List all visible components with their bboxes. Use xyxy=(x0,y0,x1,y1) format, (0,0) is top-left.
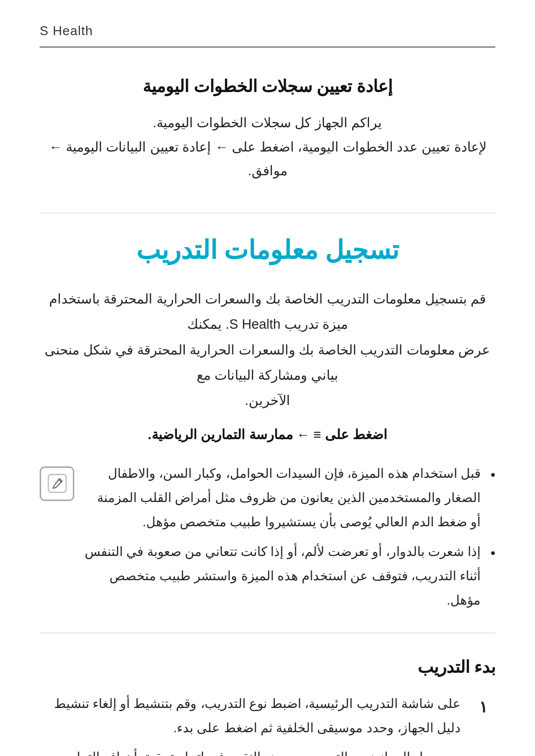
reset-section-title: إعادة تعيين سجلات الخطوات اليومية xyxy=(40,72,495,101)
bullet-item-1: قبل استخدام هذه الميزة، فإن السيدات الحو… xyxy=(84,461,495,535)
workout-intro-line1: قم بتسجيل معلومات التدريب الخاصة بك والس… xyxy=(40,287,495,338)
section-divider xyxy=(40,213,495,213)
bullet-list: قبل استخدام هذه الميزة، فإن السيدات الحو… xyxy=(84,461,495,618)
start-section-title: بدء التدريب xyxy=(40,653,495,682)
reset-section-body: يراكم الجهاز كل سجلات الخطوات اليومية. ل… xyxy=(40,111,495,183)
warning-icon xyxy=(40,466,74,501)
section-divider-2 xyxy=(40,633,495,633)
workout-section: تسجيل معلومات التدريب قم بتسجيل معلومات … xyxy=(40,228,495,618)
step-number-1: ١ xyxy=(471,694,495,720)
start-section: بدء التدريب ١ على شاشة التدريب الرئيسية،… xyxy=(40,653,495,756)
tap-instruction: اضغط على ≡ ← ممارسة التمارين الرياضية. xyxy=(40,424,495,447)
svg-rect-0 xyxy=(48,475,66,493)
step-result-1: يسجل الجهاز زمن التدريب ويعرض النقدم في … xyxy=(40,745,461,756)
reset-line1: يراكم الجهاز كل سجلات الخطوات اليومية. xyxy=(40,111,495,135)
workout-intro: قم بتسجيل معلومات التدريب الخاصة بك والس… xyxy=(40,287,495,413)
step-text-1: على شاشة التدريب الرئيسية، اضبط نوع التد… xyxy=(40,692,461,741)
step-content-1: على شاشة التدريب الرئيسية، اضبط نوع التد… xyxy=(40,692,461,756)
bullet-item-2: إذا شعرت بالدوار، أو تعرضت لألم، أو إذا … xyxy=(84,540,495,613)
header-title: S Health xyxy=(40,20,93,42)
step-1: ١ على شاشة التدريب الرئيسية، اضبط نوع ال… xyxy=(40,692,495,756)
warning-box: قبل استخدام هذه الميزة، فإن السيدات الحو… xyxy=(40,461,495,618)
reset-section: إعادة تعيين سجلات الخطوات اليومية يراكم … xyxy=(40,72,495,183)
workout-section-title: تسجيل معلومات التدريب xyxy=(40,228,495,272)
reset-line2: لإعادة تعيين عدد الخطوات اليومية، اضغط ع… xyxy=(40,135,495,183)
workout-intro-line3: الآخرين. xyxy=(40,388,495,413)
pencil-icon xyxy=(46,472,68,495)
workout-intro-line2: عرض معلومات التدريب الخاصة بك والسعرات ا… xyxy=(40,338,495,389)
header-bar: S Health xyxy=(40,20,495,48)
